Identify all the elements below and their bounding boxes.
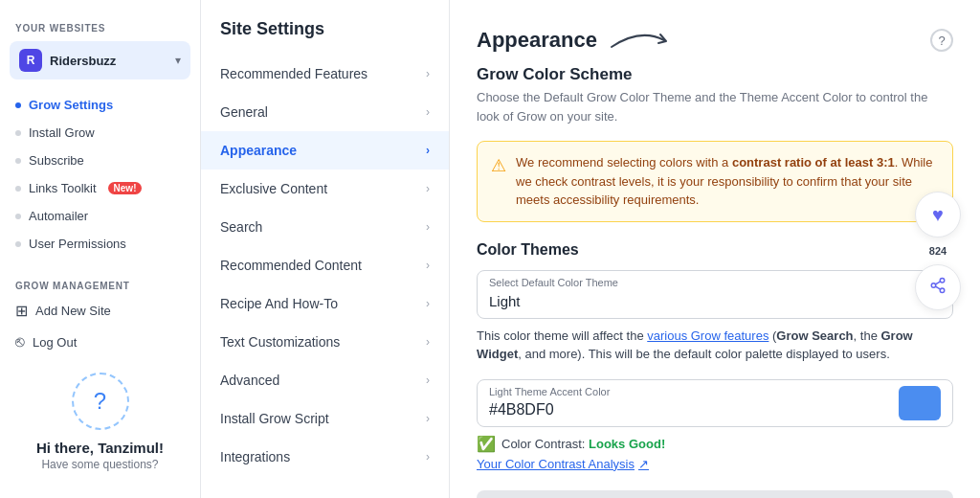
main-header: Appearance ? [477, 23, 953, 57]
select-value: Light [489, 293, 521, 309]
menu-item-advanced[interactable]: Advanced › [201, 361, 449, 399]
chevron-right-icon: › [426, 412, 430, 425]
nav-dot [15, 130, 21, 136]
accent-label-row: Light Theme Accent Color [489, 380, 889, 426]
chevron-right-icon: › [426, 144, 430, 157]
contrast-row: ✅ Color Contrast: Looks Good! [477, 435, 953, 453]
sidebar-greeting: Hi there, Tanzimul! [15, 440, 185, 456]
contrast-text: Color Contrast: Looks Good! [501, 437, 665, 451]
menu-item-recipe-how-to[interactable]: Recipe And How-To › [201, 284, 449, 323]
arrow-annotation-icon [607, 23, 674, 57]
chevron-down-icon: ▾ [175, 54, 181, 67]
menu-item-label: Recipe And How-To [220, 296, 338, 311]
warning-text: We recommend selecting colors with a con… [516, 153, 939, 210]
nav-dot [15, 241, 21, 247]
menu-item-install-grow-script[interactable]: Install Grow Script › [201, 399, 449, 438]
chevron-right-icon: › [426, 105, 430, 119]
color-theme-description: This color theme will affect the various… [477, 327, 953, 364]
chevron-right-icon: › [426, 450, 430, 464]
sidebar-item-label: Log Out [33, 335, 77, 350]
share-icon [929, 277, 947, 299]
nav-dot [15, 186, 21, 192]
middle-panel: Site Settings Recommended Features › Gen… [201, 0, 450, 498]
menu-item-integrations[interactable]: Integrations › [201, 438, 449, 476]
menu-item-label: Advanced [220, 373, 279, 388]
sidebar-item-label: Subscribe [29, 153, 84, 168]
favorite-fab[interactable]: ♥ [915, 192, 961, 238]
menu-item-label: Recommended Content [220, 258, 362, 273]
warning-icon: ⚠ [491, 155, 506, 210]
page-title: Appearance [477, 28, 597, 53]
help-button[interactable]: ? [930, 29, 953, 52]
various-grow-features-link[interactable]: various Grow features [647, 328, 768, 343]
sidebar-item-label: Grow Settings [29, 98, 113, 112]
sidebar-item-add-new-site[interactable]: ⊞ Add New Site [0, 295, 200, 327]
menu-item-general[interactable]: General › [201, 93, 449, 131]
color-theme-select[interactable]: Select Default Color Theme Light ⌄ [477, 270, 953, 319]
menu-item-label: General [220, 104, 268, 120]
sidebar-item-install-grow[interactable]: Install Grow [0, 119, 200, 147]
share-fab[interactable] [915, 264, 961, 310]
favorite-count: 824 [915, 245, 961, 257]
sidebar-item-label: User Permissions [29, 237, 126, 251]
website-name: Ridersbuzz [50, 54, 167, 68]
contrast-analysis-link[interactable]: Your Color Contrast Analysis ↗ [477, 457, 953, 471]
menu-item-recommended-features[interactable]: Recommended Features › [201, 55, 449, 93]
sidebar-item-label: Links Toolkit [29, 181, 97, 195]
chevron-right-icon: › [426, 297, 430, 310]
grow-color-scheme-title: Grow Color Scheme [477, 65, 953, 84]
menu-item-text-customizations[interactable]: Text Customizations › [201, 323, 449, 361]
sidebar: YOUR WEBSITES R Ridersbuzz ▾ Grow Settin… [0, 0, 201, 498]
websites-section-label: YOUR WEBSITES [0, 15, 200, 37]
menu-item-label: Install Grow Script [220, 411, 329, 426]
menu-item-recommended-content[interactable]: Recommended Content › [201, 246, 449, 284]
nav-dot [15, 102, 21, 108]
sidebar-subtitle: Have some questions? [15, 458, 185, 471]
menu-item-exclusive-content[interactable]: Exclusive Content › [201, 170, 449, 208]
chevron-right-icon: › [426, 220, 430, 234]
sidebar-bottom: ? Hi there, Tanzimul! Have some question… [0, 357, 200, 487]
nav-dot [15, 214, 21, 219]
nav-dot [15, 158, 21, 164]
chevron-right-icon: › [426, 67, 430, 80]
sidebar-item-subscribe[interactable]: Subscribe [0, 147, 200, 174]
sidebar-item-user-permissions[interactable]: User Permissions [0, 230, 200, 258]
main-content: Appearance ? Grow Color Scheme Choose th… [450, 0, 980, 498]
sidebar-item-log-out[interactable]: ⎋ Log Out [0, 327, 200, 357]
menu-item-label: Text Customizations [220, 334, 340, 350]
check-circle-icon: ✅ [477, 435, 496, 453]
accent-color-swatch[interactable] [899, 386, 941, 420]
sidebar-item-label: Add New Site [35, 304, 111, 318]
warning-box: ⚠ We recommend selecting colors with a c… [477, 141, 953, 222]
menu-item-appearance[interactable]: Appearance › [201, 131, 449, 170]
sidebar-item-label: Install Grow [29, 125, 95, 140]
help-circle-icon: ? [72, 373, 129, 430]
save-changes-button[interactable]: Save Changes [477, 490, 953, 499]
menu-item-label: Exclusive Content [220, 181, 327, 196]
new-badge: New! [108, 182, 143, 194]
management-section-label: GROW MANAGEMENT [0, 273, 200, 295]
menu-item-label: Search [220, 219, 262, 235]
sidebar-item-label: Automailer [29, 209, 88, 223]
accent-label: Light Theme Accent Color [489, 380, 889, 397]
logout-icon: ⎋ [15, 333, 25, 351]
sidebar-item-automailer[interactable]: Automailer [0, 202, 200, 230]
color-themes-title: Color Themes [477, 241, 953, 259]
accent-color-input[interactable] [489, 397, 889, 426]
sidebar-item-grow-settings[interactable]: Grow Settings [0, 91, 200, 119]
site-settings-title: Site Settings [201, 19, 449, 55]
website-selector[interactable]: R Ridersbuzz ▾ [10, 41, 190, 79]
add-icon: ⊞ [15, 302, 28, 320]
chevron-right-icon: › [426, 335, 430, 349]
svg-line-4 [935, 281, 940, 283]
select-row: Light ⌄ [489, 288, 941, 318]
menu-item-search[interactable]: Search › [201, 208, 449, 246]
external-link-icon: ↗ [638, 457, 649, 471]
website-icon: R [19, 49, 42, 72]
accent-color-field[interactable]: Light Theme Accent Color [477, 379, 953, 427]
menu-item-label: Recommended Features [220, 66, 368, 81]
select-label: Select Default Color Theme [489, 271, 941, 288]
sidebar-item-links-toolkit[interactable]: Links Toolkit New! [0, 174, 200, 202]
page-title-row: Appearance [477, 23, 674, 57]
menu-item-label: Appearance [220, 143, 297, 158]
